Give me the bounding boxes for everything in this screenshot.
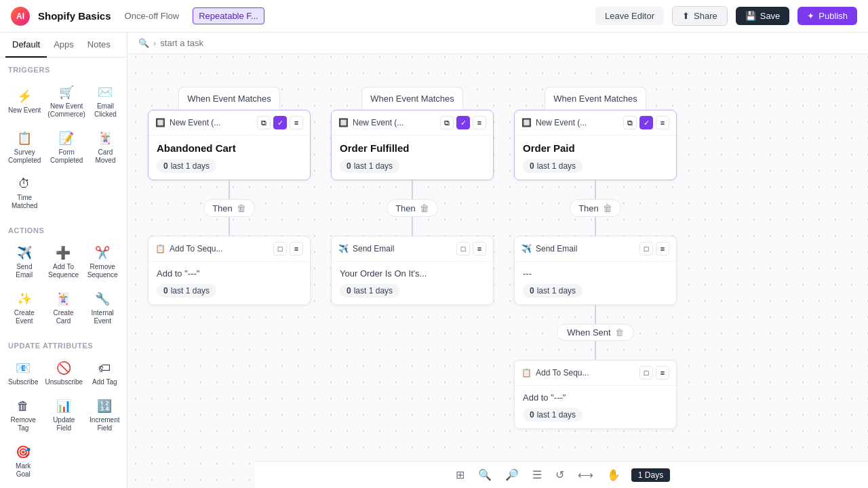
tab-repeatable[interactable]: Repeatable F... [193, 7, 264, 24]
sidebar-item-remove-sequence[interactable]: ✂️ Remove Sequence [83, 240, 121, 285]
create-event-icon: ✨ [17, 291, 32, 306]
trigger-card-3[interactable]: 🔲 New Event (... ⧉ ✓ ≡ Order P [514, 110, 677, 180]
sidebar-item-time-matched[interactable]: ⏱ Time Matched [5, 171, 43, 216]
trigger-card-2-icon: 🔲 [338, 118, 349, 127]
toolbar-resize-icon[interactable]: ⟷ [575, 466, 596, 484]
unsubscribe-icon: 🚫 [56, 361, 71, 375]
then-badge-2[interactable]: Then 🗑 [387, 199, 438, 217]
sidebar-item-new-event[interactable]: ⚡ New Event [5, 79, 43, 124]
share-button[interactable]: ⬆ Share [672, 6, 728, 26]
toolbar-zoom-in-icon[interactable]: 🔍 [475, 466, 494, 484]
sub-action-card-3-body: Add to "---" 0 last 1 days [515, 386, 676, 428]
trigger-card-2-header: 🔲 New Event (... ⧉ ✓ ≡ [332, 110, 493, 136]
sidebar-item-create-card[interactable]: 🃏 Create Card [45, 286, 83, 331]
trigger-card-2-menu-btn[interactable]: ≡ [473, 116, 486, 129]
sidebar-tab-notes[interactable]: Notes [81, 33, 117, 58]
leave-editor-button[interactable]: Leave Editor [595, 7, 664, 25]
sidebar-item-increment-field[interactable]: 🔢 Increment Field [87, 393, 122, 438]
trigger-card-1[interactable]: 🔲 New Event (... ⧉ ✓ ≡ Abandon [148, 110, 311, 180]
then-badge-3[interactable]: Then 🗑 [570, 199, 621, 217]
action-card-3-menu-btn[interactable]: ≡ [656, 242, 669, 256]
event-label-3: When Event Matches [545, 87, 646, 110]
trigger-card-1-menu-btn[interactable]: ≡ [290, 116, 303, 129]
toolbar-refresh-icon[interactable]: ↺ [553, 466, 567, 484]
sidebar-item-add-tag[interactable]: 🏷 Add Tag [87, 355, 122, 392]
connector-3d [595, 341, 596, 360]
new-event-commerce-icon: 🛒 [59, 85, 74, 100]
delete-then-2-icon[interactable]: 🗑 [420, 203, 429, 214]
canvas-content[interactable]: When Event Matches 🔲 New Event (... ⧉ ✓ [127, 60, 868, 461]
trigger-card-2-copy-btn[interactable]: ⧉ [440, 116, 454, 129]
toolbar-zoom-out-icon[interactable]: 🔎 [502, 466, 521, 484]
sidebar-item-remove-tag[interactable]: 🗑 Remove Tag [5, 393, 41, 438]
trigger-card-3-copy-btn[interactable]: ⧉ [623, 116, 637, 129]
trigger-card-3-menu-btn[interactable]: ≡ [656, 116, 669, 129]
action-card-1-check-btn[interactable]: □ [273, 242, 287, 256]
toolbar-list-icon[interactable]: ☰ [530, 466, 545, 484]
sub-action-card-3[interactable]: 📋 Add To Sequ... □ ≡ Add to "---" [514, 360, 677, 429]
event-label-1: When Event Matches [178, 87, 280, 110]
action-card-1-header: 📋 Add To Sequ... □ ≡ [149, 237, 310, 262]
when-sent-badge[interactable]: When Sent 🗑 [557, 324, 633, 341]
sidebar-item-email-clicked[interactable]: ✉️ Email Clicked [90, 79, 121, 124]
event-label-2: When Event Matches [361, 87, 463, 110]
sidebar-item-send-email[interactable]: ✈️ Send Email [5, 240, 43, 285]
search-icon[interactable]: 🔍 [138, 38, 149, 48]
action-card-1[interactable]: 📋 Add To Sequ... □ ≡ Add to "---" [148, 236, 311, 305]
sidebar-item-unsubscribe[interactable]: 🚫 Unsubscribe [42, 355, 85, 392]
trigger-card-1-body: Abandoned Cart 0 last 1 days [149, 136, 310, 180]
trigger-card-2-check-btn[interactable]: ✓ [456, 116, 470, 129]
breadcrumb: 🔍 › start a task [127, 33, 868, 54]
subscribe-icon: 📧 [16, 361, 31, 375]
action-card-3-check-btn[interactable]: □ [639, 242, 653, 256]
action-card-2[interactable]: ✈️ Send Email □ ≡ Your Order Is On It's.… [331, 236, 494, 305]
sidebar-tabs: Default Apps Notes [0, 33, 127, 58]
sub-action-card-3-check-btn[interactable]: □ [639, 366, 653, 380]
sidebar-item-update-field[interactable]: 📊 Update Field [42, 393, 85, 438]
save-button[interactable]: 💾 Save [736, 7, 790, 25]
action-card-1-menu-btn[interactable]: ≡ [290, 242, 303, 256]
sidebar-item-internal-event[interactable]: 🔧 Internal Event [83, 286, 121, 331]
action-card-3[interactable]: ✈️ Send Email □ ≡ --- [514, 236, 677, 305]
action-card-1-stat: 0 last 1 days [157, 284, 216, 298]
connector-3c [595, 305, 596, 324]
trigger-card-1-copy-btn[interactable]: ⧉ [257, 116, 271, 129]
sidebar-tab-apps[interactable]: Apps [47, 33, 81, 58]
sidebar-item-create-event[interactable]: ✨ Create Event [5, 286, 43, 331]
action-card-2-check-btn[interactable]: □ [456, 242, 470, 256]
sub-action-card-3-menu-btn[interactable]: ≡ [656, 366, 669, 380]
sidebar-item-new-event-commerce[interactable]: 🛒 New Event (Commerce) [45, 79, 88, 124]
action-card-2-body: Your Order Is On It's... 0 last 1 days [332, 262, 493, 304]
sidebar-item-mark-goal[interactable]: 🎯 Mark Goal [5, 439, 41, 484]
sidebar-item-form-completed[interactable]: 📝 Form Completed [45, 125, 88, 170]
toolbar-hand-icon[interactable]: ✋ [604, 466, 623, 484]
save-icon: 💾 [745, 11, 756, 21]
toolbar-duration-label[interactable]: 1 Days [631, 468, 670, 482]
trigger-card-1-icon: 🔲 [155, 118, 165, 127]
publish-button[interactable]: ✦ Publish [797, 7, 857, 25]
sidebar-item-survey-completed[interactable]: 📋 Survey Completed [5, 125, 43, 170]
trigger-card-3-check-btn[interactable]: ✓ [639, 116, 653, 129]
email-clicked-icon: ✉️ [98, 85, 113, 100]
action-card-2-menu-btn[interactable]: ≡ [473, 242, 486, 256]
trigger-card-1-check-btn[interactable]: ✓ [273, 116, 287, 129]
trigger-card-2-stat: 0 last 1 days [340, 159, 399, 173]
new-event-icon: ⚡ [17, 89, 32, 104]
action-card-3-icon: ✈️ [521, 244, 532, 253]
sidebar-item-card-moved[interactable]: 🃏 Card Moved [90, 125, 121, 170]
trigger-card-2[interactable]: 🔲 New Event (... ⧉ ✓ ≡ Order F [331, 110, 494, 180]
delete-then-1-icon[interactable]: 🗑 [237, 203, 246, 214]
delete-when-sent-icon[interactable]: 🗑 [615, 327, 624, 338]
bottom-toolbar: ⊞ 🔍 🔎 ☰ ↺ ⟷ ✋ 1 Days [255, 461, 868, 488]
app-logo: AI [11, 7, 30, 26]
sidebar-item-subscribe[interactable]: 📧 Subscribe [5, 355, 41, 392]
toolbar-grid-icon[interactable]: ⊞ [453, 466, 467, 484]
sidebar-tab-default[interactable]: Default [5, 33, 47, 58]
sidebar-item-add-to-sequence[interactable]: ➕ Add To Sequence [45, 240, 83, 285]
form-completed-icon: 📝 [59, 131, 74, 146]
delete-then-3-icon[interactable]: 🗑 [603, 203, 612, 214]
then-badge-1[interactable]: Then 🗑 [203, 199, 255, 217]
connector-3a [595, 180, 596, 199]
tab-once-off[interactable]: Once-off Flow [119, 8, 185, 24]
add-to-sequence-icon: ➕ [56, 245, 71, 260]
